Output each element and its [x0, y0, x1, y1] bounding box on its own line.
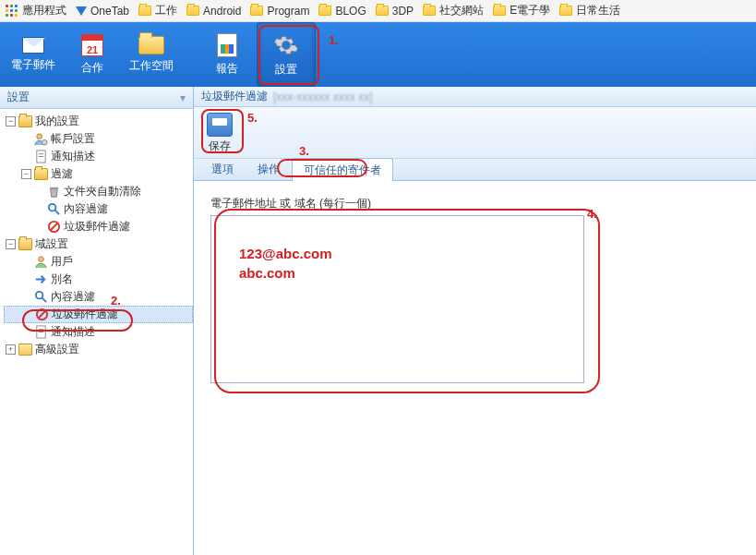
settings-tree: − 我的設置 帳戶設置 通知描述 − 過濾	[0, 109, 193, 555]
tree-spam-filter-domain[interactable]: 垃圾郵件過濾	[4, 306, 193, 323]
collapse-icon[interactable]: −	[6, 116, 16, 127]
user-icon	[34, 255, 48, 269]
calendar-icon: 21	[81, 34, 103, 56]
folder-icon	[138, 36, 164, 54]
svg-line-9	[51, 223, 58, 231]
save-icon	[207, 113, 233, 137]
svg-point-10	[39, 257, 44, 262]
tree-notify-desc-domain[interactable]: 通知描述	[4, 323, 193, 341]
arrow-right-icon	[34, 272, 48, 286]
tree-account-settings[interactable]: 帳戶設置	[4, 130, 193, 148]
tree-aliases[interactable]: 別名	[4, 271, 193, 288]
trusted-senders-textarea[interactable]	[210, 215, 584, 383]
mail-icon	[22, 37, 44, 54]
svg-point-0	[37, 134, 42, 139]
user-gear-icon	[34, 132, 48, 146]
tree-content-filter[interactable]: 內容過濾	[4, 200, 193, 218]
ribbon-workspace[interactable]: 工作空間	[122, 22, 181, 87]
bookmark-label: 應用程式	[22, 3, 66, 18]
svg-point-6	[49, 204, 56, 211]
folder-icon	[559, 6, 572, 16]
chevron-down-icon: ▾	[180, 91, 186, 104]
tree-folder-auto-clean[interactable]: 文件夾自動清除	[4, 183, 193, 200]
bookmark-folder[interactable]: 3DP	[376, 5, 414, 18]
content-title: 垃圾郵件過濾	[201, 89, 268, 104]
folder-icon	[186, 6, 199, 16]
svg-line-12	[42, 297, 46, 302]
bookmark-folder[interactable]: BLOG	[318, 5, 366, 18]
document-icon	[34, 150, 48, 163]
content-pane: 垃圾郵件過濾 [xxx-xxxxxx xxxx xx] 保存 選項 操作 可信任…	[194, 87, 756, 555]
ribbon-settings[interactable]: 設置	[257, 22, 316, 87]
folder-icon	[250, 6, 263, 16]
collapse-icon[interactable]: −	[21, 169, 31, 179]
tab-body: 電子郵件地址 或 域名 (每行一個)	[194, 181, 756, 555]
collapse-icon[interactable]: −	[6, 239, 16, 249]
folder-icon	[318, 6, 331, 16]
tree-content-filter-domain[interactable]: 內容過濾	[4, 288, 193, 306]
magnifier-icon	[34, 290, 48, 304]
folder-open-icon	[18, 115, 32, 127]
tree-advanced[interactable]: + 高級設置	[4, 341, 193, 358]
tree-users[interactable]: 用戶	[4, 253, 193, 271]
save-button[interactable]: 保存	[199, 111, 240, 156]
ribbon-report[interactable]: 報告	[198, 22, 257, 87]
ribbon-cooperation[interactable]: 21 合作	[63, 22, 122, 87]
content-toolbar: 保存	[194, 107, 756, 159]
onetab-icon	[76, 6, 87, 16]
forbidden-icon	[47, 220, 61, 234]
tab-trusted-senders[interactable]: 可信任的寄件者	[292, 158, 393, 181]
folder-icon	[423, 6, 436, 16]
gear-icon	[273, 32, 299, 58]
content-title-context: [xxx-xxxxxx xxxx xx]	[273, 90, 372, 103]
expand-icon[interactable]: +	[6, 344, 16, 355]
bookmark-folder[interactable]: 社交網站	[423, 3, 484, 18]
bookmark-apps[interactable]: 應用程式	[6, 3, 66, 18]
svg-point-11	[36, 292, 43, 299]
tree-filter[interactable]: − 過濾	[4, 165, 193, 183]
svg-line-14	[39, 311, 46, 319]
bookmark-folder[interactable]: Android	[186, 5, 241, 18]
field-label-addresses: 電子郵件地址 或 域名 (每行一個)	[210, 196, 739, 211]
bookmark-folder[interactable]: 工作	[138, 3, 177, 18]
svg-point-1	[42, 139, 47, 145]
document-icon	[34, 325, 48, 339]
trash-icon	[47, 185, 61, 199]
svg-line-7	[54, 210, 59, 214]
tree-my-settings[interactable]: − 我的設置	[4, 113, 193, 130]
bookmark-label: OneTab	[90, 5, 129, 18]
settings-sidebar: 設置 ▾ − 我的設置 帳戶設置 通知描述 −	[0, 87, 194, 555]
ribbon-mail[interactable]: 電子郵件	[4, 22, 63, 87]
folder-open-icon	[18, 238, 32, 250]
folder-icon	[18, 344, 32, 356]
content-title-bar: 垃圾郵件過濾 [xxx-xxxxxx xxxx xx]	[194, 87, 756, 107]
tree-spam-filter-my[interactable]: 垃圾郵件過濾	[4, 218, 193, 235]
folder-icon	[138, 6, 151, 16]
content-tabs: 選項 操作 可信任的寄件者	[194, 159, 756, 181]
bookmark-folder[interactable]: Program	[250, 5, 309, 18]
bookmark-folder[interactable]: 日常生活	[559, 3, 620, 18]
folder-open-icon	[34, 168, 48, 180]
tree-notify-desc[interactable]: 通知描述	[4, 148, 193, 165]
report-icon	[217, 33, 237, 57]
svg-rect-5	[50, 187, 58, 189]
tab-options[interactable]: 選項	[199, 157, 246, 180]
main-area: 設置 ▾ − 我的設置 帳戶設置 通知描述 −	[0, 87, 756, 555]
tab-actions[interactable]: 操作	[246, 157, 292, 180]
magnifier-icon	[47, 202, 61, 216]
folder-icon	[376, 6, 389, 16]
folder-icon	[493, 6, 506, 16]
forbidden-icon	[35, 308, 49, 321]
tree-domain-settings[interactable]: − 域設置	[4, 235, 193, 253]
browser-bookmark-bar: 應用程式 OneTab 工作 Android Program BLOG 3DP …	[0, 0, 756, 22]
sidebar-header[interactable]: 設置 ▾	[0, 87, 193, 109]
bookmark-onetab[interactable]: OneTab	[76, 5, 129, 18]
apps-grid-icon	[6, 5, 18, 18]
bookmark-folder[interactable]: E電子學	[493, 3, 550, 18]
app-ribbon: 電子郵件 21 合作 工作空間 報告 設置	[0, 22, 756, 87]
